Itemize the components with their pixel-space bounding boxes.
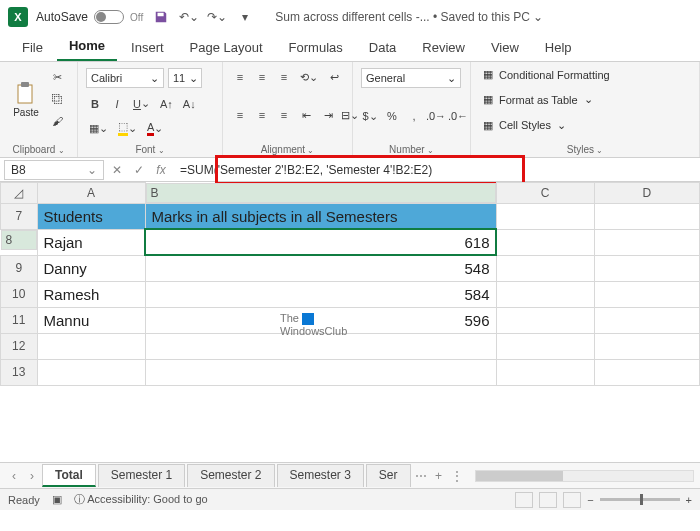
wrap-text-icon[interactable]: ↩ xyxy=(325,68,343,86)
fx-icon[interactable]: fx xyxy=(152,163,170,177)
conditional-formatting-button[interactable]: ▦ Conditional Formatting xyxy=(479,66,691,83)
sheet-tab-ser[interactable]: Ser xyxy=(366,464,411,487)
decrease-font-icon[interactable]: A↓ xyxy=(180,95,199,113)
font-name-select[interactable]: Calibri⌄ xyxy=(86,68,164,88)
cell-styles-button[interactable]: ▦ Cell Styles ⌄ xyxy=(479,117,691,134)
cell[interactable] xyxy=(594,281,700,307)
cell[interactable] xyxy=(496,359,594,385)
tab-insert[interactable]: Insert xyxy=(119,34,176,61)
col-header-c[interactable]: C xyxy=(496,183,594,204)
save-icon[interactable] xyxy=(151,7,171,27)
cell[interactable] xyxy=(496,229,594,255)
cell[interactable] xyxy=(496,203,594,229)
borders-icon[interactable]: ▦⌄ xyxy=(86,119,111,137)
row-header[interactable]: 10 xyxy=(1,281,38,307)
percent-icon[interactable]: % xyxy=(383,107,401,125)
row-header[interactable]: 8 xyxy=(1,230,37,250)
cell[interactable]: Marks in all subjects in all Semesters xyxy=(145,203,496,229)
format-painter-icon[interactable]: 🖌 xyxy=(48,112,66,130)
sheet-nav-next-icon[interactable]: › xyxy=(24,469,40,483)
sheet-tab-semester-1[interactable]: Semester 1 xyxy=(98,464,185,487)
cell[interactable]: 618 xyxy=(145,229,496,255)
row-header[interactable]: 11 xyxy=(1,307,38,333)
tab-view[interactable]: View xyxy=(479,34,531,61)
align-middle-icon[interactable]: ≡ xyxy=(253,68,271,86)
toggle-off-icon[interactable] xyxy=(94,10,124,24)
zoom-slider[interactable] xyxy=(600,498,680,501)
horizontal-scrollbar[interactable] xyxy=(475,470,694,482)
undo-icon[interactable]: ↶⌄ xyxy=(179,7,199,27)
sheet-tab-semester-2[interactable]: Semester 2 xyxy=(187,464,274,487)
redo-icon[interactable]: ↷⌄ xyxy=(207,7,227,27)
macro-recorder-icon[interactable]: ▣ xyxy=(52,493,62,506)
increase-decimal-icon[interactable]: .0→ xyxy=(427,107,445,125)
tab-formulas[interactable]: Formulas xyxy=(277,34,355,61)
cell[interactable]: 584 xyxy=(145,281,496,307)
accessibility-status[interactable]: ⓘ Accessibility: Good to go xyxy=(74,492,208,507)
row-header[interactable]: 7 xyxy=(1,203,38,229)
zoom-out-icon[interactable]: − xyxy=(587,494,593,506)
orientation-icon[interactable]: ⟲⌄ xyxy=(297,68,321,86)
fill-color-icon[interactable]: ⬚⌄ xyxy=(115,119,140,137)
sheet-overflow-icon[interactable]: ⋯ xyxy=(413,469,429,483)
number-format-select[interactable]: General⌄ xyxy=(361,68,461,88)
align-top-icon[interactable]: ≡ xyxy=(231,68,249,86)
name-box[interactable]: B8⌄ xyxy=(4,160,104,180)
cell[interactable] xyxy=(145,359,496,385)
cell[interactable]: Students xyxy=(37,203,145,229)
align-bottom-icon[interactable]: ≡ xyxy=(275,68,293,86)
italic-button[interactable]: I xyxy=(108,95,126,113)
tab-help[interactable]: Help xyxy=(533,34,584,61)
cell[interactable] xyxy=(37,333,145,359)
sheet-tab-total[interactable]: Total xyxy=(42,464,96,487)
col-header-b[interactable]: B xyxy=(146,183,496,203)
new-sheet-icon[interactable]: + xyxy=(431,469,447,483)
decrease-decimal-icon[interactable]: .0← xyxy=(449,107,467,125)
col-header-a[interactable]: A xyxy=(37,183,145,204)
paste-button[interactable]: Paste xyxy=(8,78,44,120)
cell[interactable] xyxy=(594,203,700,229)
cell[interactable] xyxy=(594,333,700,359)
cell[interactable] xyxy=(594,229,700,255)
row-header[interactable]: 12 xyxy=(1,333,38,359)
format-as-table-button[interactable]: ▦ Format as Table ⌄ xyxy=(479,91,691,108)
cell[interactable] xyxy=(594,255,700,281)
tab-review[interactable]: Review xyxy=(410,34,477,61)
qat-dropdown-icon[interactable]: ▾ xyxy=(235,7,255,27)
cell[interactable]: 548 xyxy=(145,255,496,281)
cell[interactable] xyxy=(496,255,594,281)
bold-button[interactable]: B xyxy=(86,95,104,113)
spreadsheet-grid[interactable]: ◿ A B C D 7StudentsMarks in all subjects… xyxy=(0,182,700,462)
tab-data[interactable]: Data xyxy=(357,34,408,61)
view-page-layout-icon[interactable] xyxy=(539,492,557,508)
zoom-in-icon[interactable]: + xyxy=(686,494,692,506)
tab-page-layout[interactable]: Page Layout xyxy=(178,34,275,61)
select-all-corner[interactable]: ◿ xyxy=(1,183,38,204)
cell[interactable] xyxy=(594,359,700,385)
cut-icon[interactable]: ✂ xyxy=(48,68,66,86)
cell[interactable]: Rajan xyxy=(37,229,145,255)
cell[interactable]: Danny xyxy=(37,255,145,281)
align-right-icon[interactable]: ≡ xyxy=(275,106,293,124)
cell[interactable] xyxy=(496,281,594,307)
cell[interactable]: Mannu xyxy=(37,307,145,333)
sheet-menu-icon[interactable]: ⋮ xyxy=(449,469,465,483)
increase-indent-icon[interactable]: ⇥ xyxy=(319,106,337,124)
view-page-break-icon[interactable] xyxy=(563,492,581,508)
enter-formula-icon[interactable]: ✓ xyxy=(130,163,148,177)
cell[interactable] xyxy=(496,333,594,359)
formula-input[interactable]: =SUM('Semester 2'!B2:E2, 'Semester 4'!B2… xyxy=(174,161,696,179)
currency-icon[interactable]: $⌄ xyxy=(361,107,379,125)
sheet-tab-semester-3[interactable]: Semester 3 xyxy=(277,464,364,487)
underline-button[interactable]: U⌄ xyxy=(130,95,153,113)
tab-file[interactable]: File xyxy=(10,34,55,61)
sheet-nav-prev-icon[interactable]: ‹ xyxy=(6,469,22,483)
view-normal-icon[interactable] xyxy=(515,492,533,508)
row-header[interactable]: 9 xyxy=(1,255,38,281)
cell[interactable] xyxy=(496,307,594,333)
decrease-indent-icon[interactable]: ⇤ xyxy=(297,106,315,124)
align-center-icon[interactable]: ≡ xyxy=(253,106,271,124)
col-header-d[interactable]: D xyxy=(594,183,700,204)
copy-icon[interactable]: ⿻ xyxy=(48,90,66,108)
cancel-formula-icon[interactable]: ✕ xyxy=(108,163,126,177)
